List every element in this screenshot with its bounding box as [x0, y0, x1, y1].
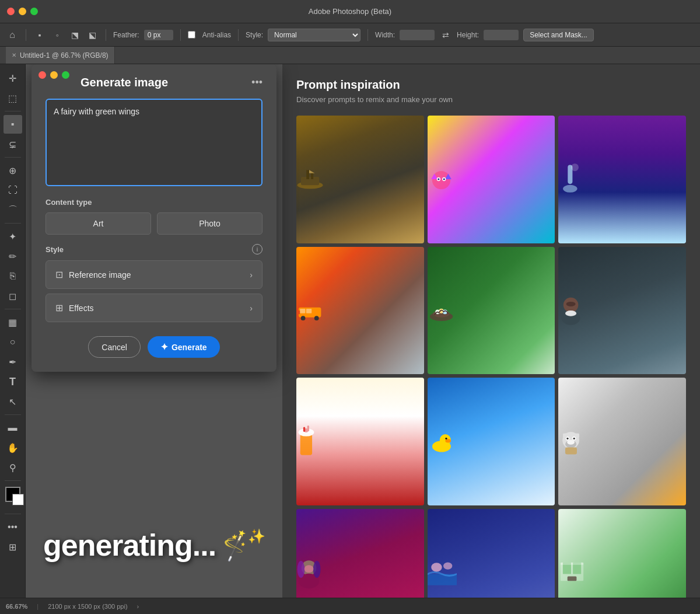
- inspiration-image-duck[interactable]: [428, 378, 555, 505]
- content-type-row: Art Photo: [46, 212, 262, 235]
- hand-tool-icon[interactable]: ✋: [4, 438, 22, 457]
- svg-point-43: [567, 438, 569, 439]
- inspiration-image-bulldog[interactable]: [558, 378, 686, 505]
- foreground-color-swatch[interactable]: [5, 487, 20, 502]
- feather-input[interactable]: [144, 30, 173, 40]
- lt-sep-4: [5, 309, 21, 309]
- dialog-close-button[interactable]: [38, 71, 46, 79]
- inspiration-image-cat[interactable]: [428, 116, 555, 243]
- inspiration-image-waterfall[interactable]: [558, 116, 686, 243]
- photo-button[interactable]: Photo: [157, 212, 262, 235]
- minimize-button[interactable]: [19, 8, 26, 15]
- heal-tool-icon[interactable]: ✦: [4, 227, 22, 246]
- dialog-fullscreen-button[interactable]: [62, 71, 69, 79]
- inspiration-image-shake[interactable]: [296, 378, 424, 505]
- svg-point-10: [438, 179, 439, 180]
- home-icon[interactable]: ⌂: [6, 29, 19, 41]
- pen-tool-icon[interactable]: ✒: [4, 353, 22, 371]
- dialog-minimize-button[interactable]: [50, 71, 58, 79]
- svg-point-14: [571, 163, 579, 171]
- toolbar-separator-5: [368, 29, 368, 41]
- effects-label: Effects: [69, 303, 94, 313]
- select-rect-tool-icon[interactable]: ▪: [4, 115, 22, 134]
- lt-sep-2: [5, 157, 21, 158]
- cancel-button[interactable]: Cancel: [88, 336, 141, 358]
- anti-alias-checkbox[interactable]: [188, 31, 195, 39]
- inspiration-image-lake[interactable]: [428, 509, 555, 598]
- svg-point-13: [563, 185, 577, 193]
- marquee-lasso-icon[interactable]: ⬔: [68, 29, 81, 41]
- anti-alias-label: Anti-alias: [202, 31, 231, 39]
- effects-option[interactable]: ⊞ Effects ›: [46, 294, 262, 322]
- zoom-tool-icon[interactable]: ⚲: [4, 458, 22, 477]
- svg-point-18: [301, 316, 306, 320]
- marquee-rect-icon[interactable]: ▪: [33, 29, 46, 41]
- reference-image-left: ⊡ Reference image: [55, 269, 131, 280]
- status-bar: 66.67% | 2100 px x 1500 px (300 ppi) ›: [0, 598, 700, 614]
- marquee-poly-icon[interactable]: ⬕: [86, 29, 99, 41]
- artboard-tool-icon[interactable]: ⬚: [4, 89, 22, 107]
- art-button[interactable]: Art: [46, 212, 151, 235]
- svg-rect-3: [311, 173, 313, 180]
- inspiration-image-ship[interactable]: [296, 116, 424, 243]
- eraser-tool-icon[interactable]: ◻: [4, 287, 22, 305]
- svg-point-27: [566, 301, 576, 306]
- status-nav-arrow[interactable]: ›: [137, 603, 139, 610]
- swap-icon[interactable]: ⇄: [439, 29, 452, 41]
- ship-svg: [296, 165, 324, 194]
- lt-sep-5: [5, 414, 21, 415]
- svg-point-53: [304, 565, 314, 573]
- close-button[interactable]: [7, 8, 15, 15]
- effects-icon: ⊞: [55, 302, 63, 313]
- tab-label: Untitled-1 @ 66.7% (RGB/8): [20, 51, 108, 60]
- object-select-icon[interactable]: ⊕: [4, 161, 22, 180]
- eyedropper-icon[interactable]: ⌒: [4, 201, 22, 219]
- select-mask-button[interactable]: Select and Mask...: [523, 29, 594, 41]
- nest-svg: [428, 296, 455, 325]
- width-input[interactable]: [400, 30, 435, 40]
- inspiration-image-nest[interactable]: [428, 247, 555, 375]
- document-tab[interactable]: ✕ Untitled-1 @ 66.7% (RGB/8): [6, 47, 115, 64]
- dodge-tool-icon[interactable]: ○: [4, 333, 22, 351]
- more-tools-icon[interactable]: •••: [4, 518, 22, 536]
- type-tool-icon[interactable]: T: [4, 372, 22, 391]
- style-info-icon[interactable]: i: [252, 244, 262, 254]
- prompt-textarea[interactable]: A fairy with green wings: [46, 99, 262, 186]
- app-title: Adobe Photoshop (Beta): [309, 7, 391, 16]
- dialog-menu-icon[interactable]: •••: [251, 76, 262, 89]
- lasso-tool-icon[interactable]: ⊊: [4, 135, 22, 154]
- svg-rect-34: [307, 425, 309, 431]
- inspiration-image-woman[interactable]: [296, 509, 424, 598]
- document-dimensions: 2100 px x 1500 px (300 ppi): [48, 603, 127, 610]
- man-svg: [558, 292, 584, 330]
- gradient-tool-icon[interactable]: ▦: [4, 313, 22, 332]
- reference-image-icon: ⊡: [55, 269, 63, 280]
- generate-icon: ✦: [160, 341, 168, 353]
- style-select[interactable]: Normal Add to Selection Subtract from Se…: [268, 29, 360, 41]
- marquee-ellipse-icon[interactable]: ◦: [51, 29, 64, 41]
- toolbar-separator-2: [106, 29, 106, 41]
- fullscreen-button[interactable]: [30, 8, 38, 15]
- path-select-icon[interactable]: ↖: [4, 392, 22, 411]
- extras-icon[interactable]: ⊞: [4, 538, 22, 556]
- height-input[interactable]: [484, 30, 519, 40]
- inspiration-image-room[interactable]: [558, 509, 686, 598]
- shape-tool-icon[interactable]: ▬: [4, 418, 22, 437]
- svg-rect-16: [300, 309, 305, 313]
- inspiration-image-grid: [296, 116, 686, 598]
- effects-left: ⊞ Effects: [55, 302, 94, 313]
- tab-close-icon[interactable]: ✕: [12, 52, 16, 58]
- svg-point-37: [445, 439, 451, 442]
- generate-button[interactable]: ✦ Generate: [148, 336, 220, 358]
- inspiration-image-man[interactable]: [558, 247, 686, 375]
- inspiration-image-trailer[interactable]: [296, 247, 424, 375]
- dialog-body: A fairy with green wings Content type Ar…: [32, 99, 276, 372]
- svg-rect-17: [306, 309, 312, 313]
- clone-tool-icon[interactable]: ⎘: [4, 267, 22, 285]
- generate-label: Generate: [172, 343, 207, 352]
- move-tool-icon[interactable]: ✛: [4, 69, 22, 88]
- room-svg: [558, 557, 586, 589]
- brush-tool-icon[interactable]: ✏: [4, 247, 22, 266]
- crop-tool-icon[interactable]: ⛶: [4, 181, 22, 200]
- reference-image-option[interactable]: ⊡ Reference image ›: [46, 260, 262, 289]
